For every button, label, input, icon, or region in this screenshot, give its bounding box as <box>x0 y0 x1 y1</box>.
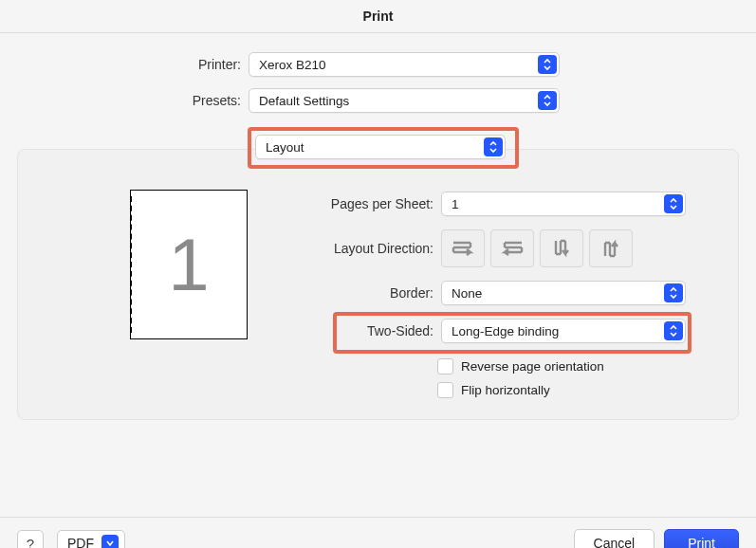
layout-direction-option-4[interactable] <box>589 229 633 267</box>
pages-per-sheet-value: 1 <box>452 197 459 211</box>
chevron-updown-icon <box>484 137 503 156</box>
border-value: None <box>452 286 482 301</box>
two-sided-label: Two-Sided: <box>267 323 441 338</box>
chevron-updown-icon <box>664 321 683 340</box>
layout-direction-label: Layout Direction: <box>267 241 441 256</box>
presets-label: Presets: <box>0 93 249 108</box>
flip-horizontally-checkbox[interactable] <box>437 382 453 398</box>
chevron-updown-icon <box>664 283 683 302</box>
window-title: Print <box>0 0 756 33</box>
pdf-menu-label: PDF <box>67 536 94 548</box>
chevron-updown-icon <box>538 91 557 110</box>
layout-direction-option-3[interactable] <box>540 229 583 267</box>
presets-select-value: Default Settings <box>259 94 349 108</box>
preview-page-number: 1 <box>168 222 209 308</box>
flip-horizontally-label: Flip horizontally <box>461 383 550 397</box>
chevron-updown-icon <box>538 55 557 74</box>
printer-select-value: Xerox B210 <box>259 58 326 72</box>
pages-per-sheet-select[interactable]: 1 <box>441 192 686 216</box>
reverse-orientation-checkbox[interactable] <box>437 358 453 374</box>
pdf-menu-button[interactable]: PDF <box>57 530 125 548</box>
binding-edge-icon <box>130 196 133 333</box>
layout-direction-option-1[interactable] <box>441 229 485 267</box>
printer-label: Printer: <box>0 57 249 72</box>
reverse-orientation-label: Reverse page orientation <box>461 359 604 374</box>
chevron-updown-icon <box>664 194 683 213</box>
border-select[interactable]: None <box>441 281 686 305</box>
page-preview: 1 <box>130 190 248 339</box>
help-button[interactable]: ? <box>17 530 44 548</box>
two-sided-select[interactable]: Long-Edge binding <box>441 319 686 343</box>
print-button[interactable]: Print <box>664 529 739 548</box>
layout-direction-option-2[interactable] <box>490 229 534 267</box>
cancel-button[interactable]: Cancel <box>574 529 655 548</box>
presets-select[interactable]: Default Settings <box>249 88 560 113</box>
printer-select[interactable]: Xerox B210 <box>249 52 560 77</box>
panel-section-select[interactable]: Layout <box>255 135 506 159</box>
two-sided-value: Long-Edge binding <box>452 324 559 338</box>
panel-section-value: Layout <box>266 140 304 155</box>
chevron-down-icon <box>101 535 119 548</box>
border-label: Border: <box>267 285 441 301</box>
pages-per-sheet-label: Pages per Sheet: <box>267 196 441 211</box>
